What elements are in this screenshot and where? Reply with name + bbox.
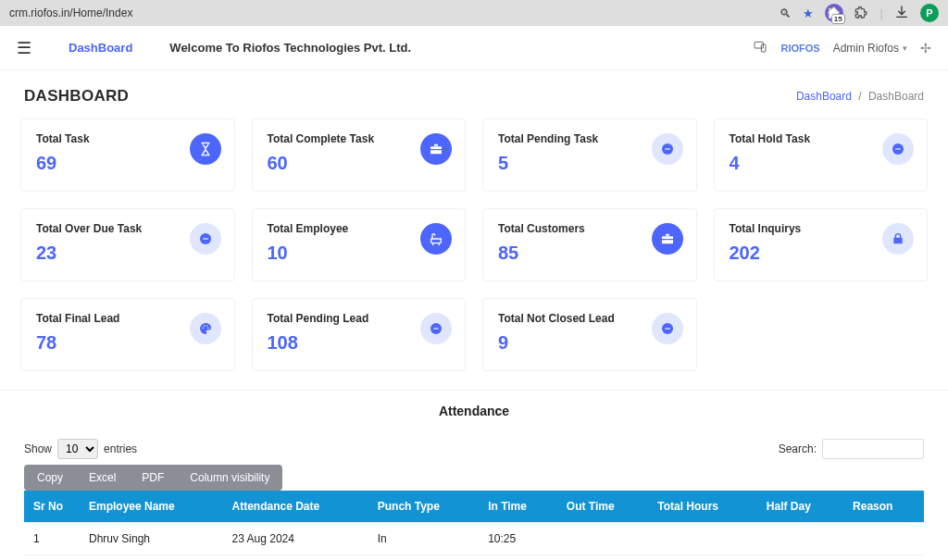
- search-input[interactable]: [822, 439, 924, 459]
- bookmark-star-icon[interactable]: ★: [803, 6, 814, 20]
- breadcrumb-sep: /: [858, 90, 861, 103]
- col-punch-type[interactable]: Punch Type: [368, 491, 479, 523]
- card-total-employee: Total Employee 10: [252, 208, 467, 281]
- card-total-not-closed-lead: Total Not Closed Lead 9: [482, 298, 697, 371]
- breadcrumb-root[interactable]: DashBoard: [796, 90, 852, 103]
- welcome-text: Welcome To Riofos Technologies Pvt. Ltd.: [169, 41, 411, 55]
- divider-icon: |: [880, 6, 883, 20]
- minus-circle-icon: [882, 133, 914, 165]
- cell-out: [557, 523, 648, 555]
- extension-badge-icon[interactable]: 15: [825, 4, 843, 22]
- breadcrumb-current: DashBoard: [868, 90, 924, 103]
- cell-half: [757, 555, 843, 561]
- card-total-customers: Total Customers 85: [482, 208, 697, 281]
- page-size-select[interactable]: 10: [57, 439, 98, 459]
- cell-reason: [843, 555, 924, 561]
- puzzle-extensions-icon[interactable]: [854, 5, 869, 22]
- col-half-day[interactable]: Half Day: [757, 491, 843, 523]
- col-out-time[interactable]: Out Time: [557, 491, 648, 523]
- minus-circle-icon: [652, 313, 683, 344]
- card-total-pending-lead: Total Pending Lead 108: [252, 298, 467, 371]
- cell-hours: [648, 555, 757, 561]
- minus-circle-icon: [190, 223, 221, 255]
- col-employee-name[interactable]: Employee Name: [80, 491, 223, 523]
- card-total-task: Total Task 69: [20, 118, 235, 192]
- svg-point-9: [203, 325, 205, 327]
- attendance-table: Sr No Employee Name Attendance Date Punc…: [24, 491, 924, 560]
- attendance-section: Attendance Show 10 entries Search: Copy …: [0, 390, 948, 560]
- cell-reason: [843, 523, 924, 555]
- col-in-time[interactable]: In Time: [479, 491, 557, 523]
- hourglass-icon: [190, 133, 221, 165]
- cell-sr: 1: [24, 523, 80, 555]
- cell-punch: In: [368, 555, 479, 561]
- card-total-complete-task: Total Complete Task 60: [252, 118, 467, 192]
- col-attendance-date[interactable]: Attendance Date: [223, 491, 368, 523]
- nav-dashboard[interactable]: DashBoard: [69, 41, 132, 55]
- svg-rect-5: [895, 148, 900, 149]
- column-visibility-button[interactable]: Column visibility: [177, 465, 282, 491]
- cell-date: 23 Aug 2024: [223, 555, 368, 561]
- user-name-label: Admin Riofos: [833, 42, 899, 55]
- cell-name: Dhruv Singh: [80, 523, 223, 555]
- chevron-down-icon: ▾: [903, 44, 907, 53]
- minus-circle-icon: [652, 133, 683, 165]
- card-total-final-lead: Total Final Lead 78: [20, 298, 235, 371]
- empty-cell: [714, 298, 929, 371]
- breadcrumb: DashBoard / DashBoard: [796, 90, 924, 103]
- devices-icon[interactable]: [753, 39, 767, 56]
- cell-half: [757, 523, 843, 555]
- cell-sr: 2: [24, 555, 80, 561]
- svg-point-11: [207, 328, 209, 330]
- bath-icon: [420, 223, 452, 255]
- svg-rect-15: [665, 328, 669, 329]
- url-text: crm.riofos.in/Home/Index: [9, 6, 132, 19]
- cell-name: Punit Parekh: [80, 555, 223, 561]
- briefcase-icon: [652, 223, 683, 255]
- col-total-hours[interactable]: Total Hours: [648, 491, 757, 523]
- search-label: Search:: [779, 442, 817, 455]
- palette-icon: [190, 313, 221, 344]
- apps-grid-icon[interactable]: ✢: [920, 41, 931, 56]
- table-header-row: Sr No Employee Name Attendance Date Punc…: [24, 491, 924, 523]
- svg-rect-13: [433, 328, 438, 329]
- export-button-row: Copy Excel PDF Column visibility: [24, 465, 924, 491]
- brand-logo: RIOFOS: [780, 43, 819, 54]
- copy-button[interactable]: Copy: [24, 465, 76, 491]
- svg-rect-7: [203, 238, 207, 239]
- col-srno[interactable]: Sr No: [24, 491, 80, 523]
- download-icon[interactable]: [894, 5, 909, 22]
- pdf-button[interactable]: PDF: [129, 465, 177, 491]
- page-header: DASHBOARD DashBoard / DashBoard: [0, 70, 948, 113]
- cell-hours: [648, 523, 757, 555]
- table-row: 2 Punit Parekh 23 Aug 2024 In 10:06: [24, 555, 924, 561]
- card-total-inquirys: Total Inquirys 202: [714, 208, 929, 281]
- svg-rect-0: [755, 42, 763, 48]
- card-total-overdue-task: Total Over Due Task 23: [20, 208, 235, 281]
- entries-label: entries: [104, 442, 137, 455]
- attendance-title: Attendance: [24, 404, 924, 418]
- cell-date: 23 Aug 2024: [223, 523, 368, 555]
- page-title: DASHBOARD: [24, 87, 129, 106]
- svg-point-10: [206, 325, 207, 327]
- table-row: 1 Dhruv Singh 23 Aug 2024 In 10:25: [24, 523, 924, 555]
- stats-grid: Total Task 69 Total Complete Task 60 Tot…: [0, 113, 948, 377]
- cell-in: 10:25: [479, 523, 557, 555]
- browser-address-bar: crm.riofos.in/Home/Index 🔍︎ ★ 15 | P: [0, 0, 948, 26]
- svg-rect-3: [665, 148, 669, 149]
- user-menu[interactable]: Admin Riofos ▾: [833, 42, 907, 55]
- briefcase-icon: [420, 133, 452, 165]
- excel-button[interactable]: Excel: [76, 465, 129, 491]
- zoom-icon[interactable]: 🔍︎: [780, 6, 792, 20]
- hamburger-menu-icon[interactable]: ☰: [17, 38, 31, 58]
- svg-point-8: [202, 328, 204, 330]
- profile-avatar-icon[interactable]: P: [920, 4, 939, 22]
- cell-punch: In: [368, 523, 479, 555]
- cell-in: 10:06: [479, 555, 557, 561]
- lock-icon: [882, 223, 914, 255]
- col-reason[interactable]: Reason: [843, 491, 924, 523]
- card-total-hold-task: Total Hold Task 4: [714, 118, 929, 192]
- show-label: Show: [24, 442, 52, 455]
- card-total-pending-task: Total Pending Task 5: [482, 118, 697, 192]
- app-top-bar: ☰ DashBoard Welcome To Riofos Technologi…: [0, 26, 948, 70]
